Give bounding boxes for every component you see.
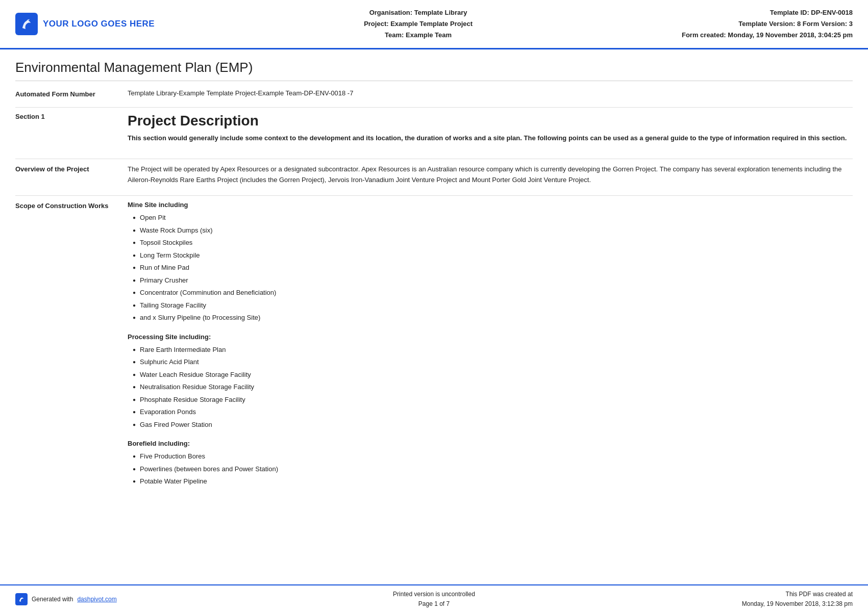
team-line: Team: Example Team	[165, 30, 672, 41]
list-item: Open Pit	[133, 213, 853, 223]
section1-title: Project Description	[128, 113, 853, 129]
list-item: Long Term Stockpile	[133, 250, 853, 261]
template-id-value: DP-ENV-0018	[811, 9, 853, 16]
logo-area: YOUR LOGO GOES HERE	[15, 13, 155, 35]
form-created-value: Monday, 19 November 2018, 3:04:25 pm	[728, 31, 853, 39]
scope-label: Scope of Construction Works	[15, 201, 117, 497]
list-item: Phosphate Residue Storage Facility	[133, 395, 853, 405]
org-value: Template Library	[414, 9, 467, 16]
borefield-list: Five Production Bores Powerlines (betwee…	[133, 451, 853, 487]
footer-generated-label: Generated with	[32, 596, 73, 603]
automated-form-value: Template Library-Example Template Projec…	[128, 89, 853, 98]
project-line: Project: Example Template Project	[165, 18, 672, 30]
team-value: Example Team	[406, 31, 452, 39]
page-title: Environmental Management Plan (EMP)	[15, 60, 853, 81]
list-item: Neutralisation Residue Storage Facility	[133, 382, 853, 392]
project-label: Project:	[364, 20, 390, 28]
footer-print-note: Printed version is uncontrolled	[158, 590, 710, 599]
footer-right: This PDF was created at Monday, 19 Novem…	[720, 590, 853, 609]
scope-content: Mine Site including Open Pit Waste Rock …	[128, 201, 853, 497]
list-item: Five Production Bores	[133, 451, 853, 462]
list-item: Topsoil Stockpiles	[133, 238, 853, 248]
org-line: Organisation: Template Library	[165, 7, 672, 18]
list-item: Gas Fired Power Station	[133, 420, 853, 430]
team-label: Team:	[385, 31, 406, 39]
automated-form-row: Automated Form Number Template Library-E…	[15, 89, 853, 98]
logo-text: YOUR LOGO GOES HERE	[43, 19, 155, 29]
list-item: Sulphuric Acid Plant	[133, 357, 853, 367]
section1-content: Project Description This section would g…	[128, 113, 853, 154]
header-right-info: Template ID: DP-ENV-0018 Template Versio…	[682, 7, 853, 41]
footer-pdf-created-label: This PDF was created at	[720, 590, 853, 599]
page-header: YOUR LOGO GOES HERE Organisation: Templa…	[0, 0, 868, 49]
template-version-label: Template Version:	[738, 20, 797, 28]
main-content: Environmental Management Plan (EMP) Auto…	[0, 49, 868, 543]
list-item: Potable Water Pipeline	[133, 476, 853, 487]
overview-row: Overview of the Project The Project will…	[15, 164, 853, 186]
template-id-label: Template ID:	[770, 9, 811, 16]
footer-link[interactable]: dashpivot.com	[77, 596, 116, 603]
footer-center: Printed version is uncontrolled Page 1 o…	[158, 590, 710, 609]
section1-label: Section 1	[15, 113, 117, 154]
section1-intro: This section would generally include som…	[128, 133, 853, 143]
processing-site-subtitle: Processing Site including:	[128, 333, 853, 341]
template-version-value: 8	[797, 20, 801, 28]
processing-site-list: Rare Earth Intermediate Plan Sulphuric A…	[133, 345, 853, 430]
list-item: Powerlines (between bores and Power Stat…	[133, 464, 853, 474]
list-item: Concentrator (Comminution and Beneficiat…	[133, 288, 853, 298]
divider	[15, 107, 853, 108]
list-item: Water Leach Residue Storage Facility	[133, 370, 853, 380]
list-item: Tailing Storage Facility	[133, 300, 853, 311]
template-id-line: Template ID: DP-ENV-0018	[682, 7, 853, 18]
list-item: Evaporation Ponds	[133, 407, 853, 417]
section1-row: Section 1 Project Description This secti…	[15, 113, 853, 154]
form-version-label: Form Version:	[803, 20, 849, 28]
header-center-info: Organisation: Template Library Project: …	[165, 7, 672, 41]
automated-form-label: Automated Form Number	[15, 89, 117, 98]
borefield-subtitle: Borefield including:	[128, 440, 853, 447]
page-footer: Generated with dashpivot.com Printed ver…	[0, 584, 868, 613]
mine-site-list: Open Pit Waste Rock Dumps (six) Topsoil …	[133, 213, 853, 323]
list-item: and x Slurry Pipeline (to Processing Sit…	[133, 313, 853, 323]
list-item: Primary Crusher	[133, 275, 853, 286]
form-created-label: Form created:	[682, 31, 728, 39]
scope-row: Scope of Construction Works Mine Site in…	[15, 201, 853, 497]
list-item: Waste Rock Dumps (six)	[133, 225, 853, 236]
logo-icon	[15, 13, 38, 35]
template-version-line: Template Version: 8 Form Version: 3	[682, 18, 853, 30]
footer-page-info: Page 1 of 7	[158, 599, 710, 609]
overview-label: Overview of the Project	[15, 164, 117, 186]
divider3	[15, 195, 853, 196]
list-item: Run of Mine Pad	[133, 263, 853, 273]
list-item: Rare Earth Intermediate Plan	[133, 345, 853, 355]
form-created-line: Form created: Monday, 19 November 2018, …	[682, 30, 853, 41]
footer-left: Generated with dashpivot.com	[15, 593, 148, 605]
footer-pdf-created-value: Monday, 19 November 2018, 3:12:38 pm	[720, 599, 853, 609]
divider2	[15, 159, 853, 159]
mine-site-subtitle: Mine Site including	[128, 201, 853, 209]
footer-logo-icon	[15, 593, 28, 605]
form-version-value: 3	[849, 20, 853, 28]
org-label: Organisation:	[369, 9, 414, 16]
overview-text: The Project will be operated by Apex Res…	[128, 164, 853, 186]
project-value: Example Template Project	[390, 20, 473, 28]
